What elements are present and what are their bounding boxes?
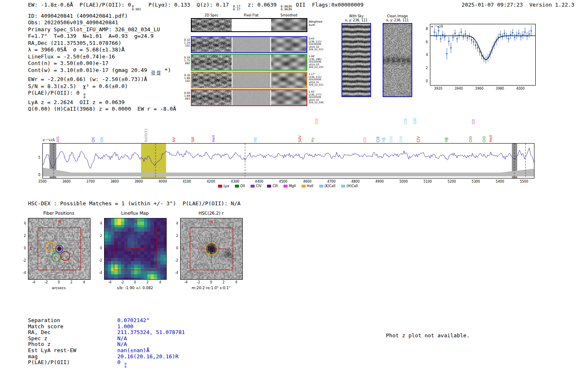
match-row-label: Est LyA rest-EW [28, 348, 117, 354]
match-row: mag20.16(20.16,20.16)R [28, 354, 185, 360]
y-tick-label: -4 [17, 271, 26, 275]
emission-line-label: Hγ [311, 137, 315, 142]
elixer-report: EW: -1.8±-0.6Å P(LAE)/P(OII): 000.001 P(… [0, 0, 576, 392]
spec2d-row2-canvas-a [192, 72, 232, 88]
spec2d-row1-canvas-a [192, 55, 232, 70]
emission-line-label: OIII [469, 136, 473, 142]
spec2d-weighted-smoothed-canvas [271, 19, 307, 31]
x-tick-label: 2 [68, 281, 75, 284]
x-tick-label: 4900 [373, 180, 386, 183]
x-tick-label: 0 [131, 281, 139, 284]
stacked-value: 00 [84, 93, 86, 99]
match-table: Separation0.0702142"Match score1.000RA, … [28, 318, 185, 366]
match-row: Photo zN/A [28, 341, 185, 348]
info-line: Primary Spec_Slot_IFU_AMP: 326_082_034_L… [28, 26, 176, 33]
col-title-pixelflat: Pixel Flat [232, 14, 271, 17]
emission-line-label: Hδ [253, 137, 258, 142]
hsc-cutout-title: HSC(26.2) r [180, 211, 242, 216]
emission-line-label: CIII [376, 137, 380, 142]
y-tick-label: 0 [35, 173, 40, 177]
emission-line-labels: AISOIIOIINeIII(K)NVSiIIHeIIHδSiIVHγCIIIC… [42, 105, 534, 142]
legend-item: MgII [283, 184, 296, 188]
match-row-value: 20.16(20.16,20.16)R [117, 353, 179, 360]
match-row-label: RA, Dec [28, 329, 117, 336]
x-tick-label: 4300 [229, 180, 241, 183]
with-sky-canvas [342, 24, 370, 96]
y-tick-label: -2 [93, 259, 102, 262]
line-fit-units-label: e⁻¹⁷x2Å [431, 25, 443, 28]
info-line: LineFlux = -2.50(±0.74)e-16 [28, 53, 176, 60]
spec2d-row [191, 54, 307, 71]
emission-line-label: OIII [413, 118, 417, 124]
x-tick-label: 0 [207, 281, 215, 284]
stacked-value: 0.06390.0639 [281, 5, 292, 11]
spec2d-row [191, 72, 307, 88]
spec2d-row0-canvas-a [192, 37, 232, 52]
match-row-value: N/A [117, 341, 127, 347]
spec2d-row3-canvas-a [192, 90, 232, 105]
y-tick-label: -2 [169, 259, 178, 262]
legend-swatch [319, 185, 323, 188]
fiber-positions-box [28, 218, 91, 280]
legend-swatch [267, 185, 271, 188]
y-tick-label: 0 [93, 246, 102, 250]
legend-item: HeII [302, 184, 314, 188]
x-tick-label: 3920 [432, 87, 444, 90]
y-tick-label: 4 [17, 222, 26, 225]
x-tick-label: 5300 [470, 180, 482, 183]
emission-line-label: AIS [56, 136, 60, 142]
observation-info-block: ID: 4090420841 (4090420841.pdf)Obs: 2022… [28, 13, 176, 113]
legend-item: OII [235, 184, 245, 188]
x-tick-label: -4 [182, 281, 190, 284]
emission-line-label: OIII [399, 136, 403, 142]
y-tick-label: 4 [420, 53, 428, 57]
y-tick-label: 2 [93, 234, 102, 238]
legend-swatch [235, 185, 239, 188]
spec2d-weighted-row [191, 18, 307, 32]
emission-line-label: Hβ [382, 137, 386, 142]
with-sky-image-frame [341, 23, 371, 97]
spec2d-row [191, 89, 307, 106]
legend-item: Lyα [218, 184, 229, 188]
x-tick-label: 5000 [397, 180, 410, 183]
y-tick-label: 4 [93, 222, 102, 225]
lineflux-map-title: Lineflux Map [104, 211, 166, 216]
hsc-dex-matches-line: HSC-DEX : Possible Matches = 1 (within +… [28, 200, 241, 206]
header-summary-line: EW: -1.8±-0.6Å P(LAE)/P(OII): 000.001 P(… [28, 2, 363, 11]
match-row: Spec zN/A [28, 336, 185, 342]
x-tick-label: 4100 [181, 180, 193, 183]
match-row-value: 0 00 [117, 359, 127, 365]
info-line: RA,Dec (211.375305,51.078766) [28, 40, 176, 46]
emission-line-label: CIV [416, 136, 420, 142]
match-row: RA, Dec211.375324, 51.078781 [28, 329, 185, 336]
info-line: ID: 4090420841 (4090420841.pdf) [28, 13, 176, 19]
match-row: P(LAE)/P(OII)0 00 [28, 360, 185, 366]
y-tick-label: 5 [35, 156, 40, 160]
spec2d-row-annotations: 1.08"(236, 286)20220506v019_03326_LU_031 [309, 55, 329, 69]
y-tick-label: 2 [169, 234, 178, 238]
y-tick-label: 0 [420, 79, 428, 83]
spec2d-row-left-values: 0.161.68102 [179, 74, 190, 83]
lineflux-xlabel: s/b: -1.90 +/- 0.082 [104, 286, 166, 290]
legend-item: (K)CaII [319, 184, 336, 188]
spec2d-row [191, 36, 307, 53]
y-tick-label: 4 [169, 222, 178, 225]
emission-line-label: CII [363, 137, 367, 142]
emission-line-label: HeII [489, 135, 493, 142]
stacked-value: 20.4920.48 [151, 71, 160, 77]
x-tick-label: 3960 [474, 87, 485, 90]
y-tick-label: 6 [420, 40, 428, 44]
emission-line-label: NV [172, 137, 176, 142]
match-row-label: P(LAE)/P(OII) [28, 360, 117, 366]
x-tick-label: 4 [232, 281, 240, 284]
spec2d-row1-canvas-c [271, 55, 307, 70]
emission-line-label: CIII [404, 118, 408, 124]
legend-item: CIII [267, 184, 278, 188]
y-tick-label: -4 [93, 271, 102, 275]
y-tick-label: 2 [420, 66, 428, 70]
info-line: λ = 3966.05Å σ = 5.68(±1.38)Å [28, 46, 176, 53]
match-row-label: Match score [28, 324, 117, 330]
emission-line-label: Hβ [444, 137, 448, 142]
match-row-value: 0.0702142" [117, 317, 149, 323]
x-tick-label: 4 [156, 281, 164, 284]
